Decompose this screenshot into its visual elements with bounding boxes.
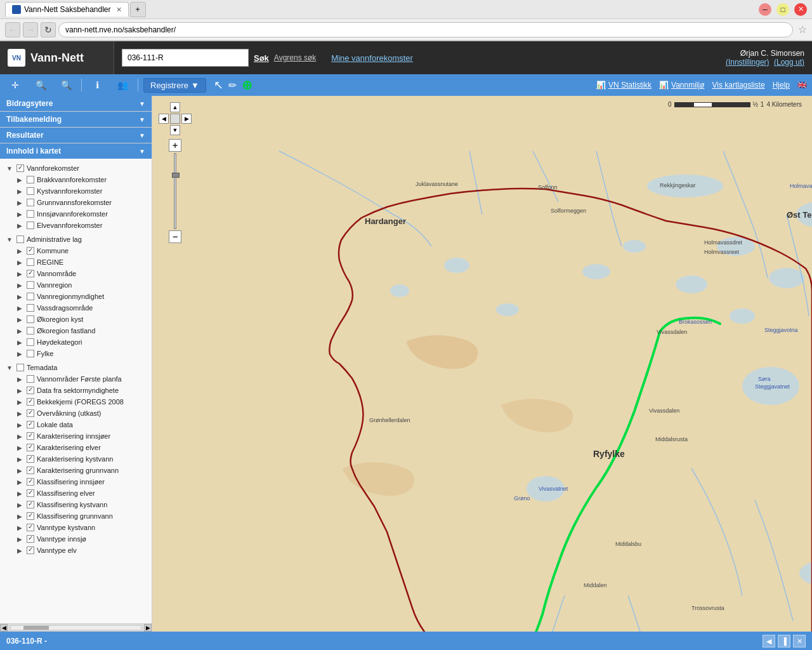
zoom-in-btn[interactable]: 🔍 — [30, 77, 51, 93]
tree-item-okoregion-kyst[interactable]: ▶ Økoregion kyst — [10, 314, 152, 325]
vn-statistikk-link[interactable]: 📊 VN Statistikk — [596, 81, 652, 90]
bookmark-star-icon[interactable]: ☆ — [798, 23, 807, 36]
tree-item-vanntype-innsjo[interactable]: ▶ Vanntype innsjø — [10, 533, 152, 545]
checkbox-brakkvann[interactable] — [27, 176, 34, 183]
innhold-header[interactable]: Innhold i kartet ▼ — [0, 143, 152, 159]
tree-item-vanntype-elv[interactable]: ▶ Vanntype elv — [10, 545, 152, 556]
tree-item-kystvann[interactable]: ▶ Kystvannforekomster — [10, 185, 152, 197]
hjelp-link[interactable]: Hjelp — [773, 81, 790, 90]
tree-item-klas-grunnvann[interactable]: ▶ Klassifisering grunnvann — [10, 510, 152, 522]
checkbox-klas-kystvann[interactable] — [27, 501, 34, 508]
edit-tool-icon[interactable]: ✏ — [228, 79, 237, 91]
expand-icon[interactable]: ▶ — [15, 386, 24, 395]
logout-link[interactable]: (Logg ut) — [774, 58, 804, 67]
checkbox-okoregion-kyst[interactable] — [27, 315, 34, 323]
expand-icon[interactable]: ▶ — [15, 432, 24, 441]
checkbox-kystvann[interactable] — [27, 187, 34, 195]
tree-item-regine[interactable]: ▶ REGINE — [10, 256, 152, 268]
checkbox-elve[interactable] — [27, 222, 34, 229]
expand-icon[interactable]: ▶ — [15, 221, 24, 230]
expand-icon[interactable]: ▶ — [15, 454, 24, 463]
tree-item-vannregionmyndighet[interactable]: ▶ Vannregionmyndighet — [10, 291, 152, 302]
expand-icon[interactable]: ▶ — [15, 338, 24, 347]
tree-item-fylke[interactable]: ▶ Fylke — [10, 348, 152, 359]
forward-btn[interactable]: → — [23, 22, 38, 37]
expand-icon[interactable]: ▶ — [15, 209, 24, 218]
vis-kartlagsliste-link[interactable]: Vis kartlagsliste — [712, 81, 764, 90]
tree-item-kar-elver[interactable]: ▶ Karakterisering elver — [10, 442, 152, 453]
zoom-out-map-btn[interactable]: − — [169, 230, 181, 243]
checkbox-regine[interactable] — [27, 258, 34, 266]
tree-item-vannomrade[interactable]: ▶ Vannområde — [10, 268, 152, 279]
close-btn[interactable]: ✕ — [794, 3, 807, 16]
checkbox-kar-kystvann[interactable] — [27, 455, 34, 463]
tree-item-elve[interactable]: ▶ Elvevannforekomster — [10, 220, 152, 231]
bidragsytere-header[interactable]: Bidragsytere ▼ — [0, 96, 152, 111]
pan-west-btn[interactable]: ◀ — [159, 114, 169, 124]
tree-item-klas-kystvann[interactable]: ▶ Klassifisering kystvann — [10, 499, 152, 510]
map-area[interactable]: Hardanger Ryfylke Øst Telemark Tokke-Vin… — [152, 96, 812, 632]
tree-item-klas-elver[interactable]: ▶ Klassifisering elver — [10, 488, 152, 499]
checkbox-vannomrader-forste[interactable] — [27, 375, 34, 383]
minimize-btn[interactable]: ─ — [759, 3, 771, 16]
new-tab-btn[interactable]: + — [130, 2, 146, 17]
tree-item-temadata[interactable]: ▼ Temadata — [0, 362, 152, 373]
tree-item-kar-kystvann[interactable]: ▶ Karakterisering kystvann — [10, 453, 152, 465]
scrollbar-thumb[interactable] — [23, 626, 49, 630]
vannmiljo-link[interactable]: 📊 Vannmiljø — [659, 81, 704, 90]
pan-tool-btn[interactable]: ✛ — [5, 77, 25, 93]
tree-item-admin[interactable]: ▼ Administrative lag — [0, 234, 152, 245]
registrere-btn[interactable]: Registrere ▼ — [143, 78, 206, 93]
expand-icon[interactable]: ▶ — [15, 175, 24, 184]
checkbox-vanntype-innsjo[interactable] — [27, 535, 34, 543]
tree-item-vanntype-kystvann[interactable]: ▶ Vanntype kystvann — [10, 522, 152, 533]
tree-item-overvaking[interactable]: ▶ Overvåkning (utkast) — [10, 408, 152, 419]
expand-icon[interactable]: ▶ — [15, 269, 24, 278]
address-bar[interactable] — [58, 22, 793, 37]
expand-icon[interactable]: ▶ — [15, 281, 24, 289]
pan-north-btn[interactable]: ▲ — [170, 102, 180, 112]
expand-icon[interactable]: ▶ — [15, 477, 24, 486]
tree-item-data-fra[interactable]: ▶ Data fra sektormyndighete — [10, 385, 152, 396]
expand-icon[interactable]: ▼ — [5, 164, 14, 173]
pan-east-btn[interactable]: ▶ — [181, 114, 192, 124]
zoom-out-btn[interactable]: 🔍 — [56, 77, 76, 93]
checkbox-admin[interactable] — [16, 235, 24, 243]
expand-icon-admin[interactable]: ▼ — [5, 235, 14, 244]
expand-icon[interactable]: ▶ — [15, 466, 24, 475]
expand-icon[interactable]: ▶ — [15, 292, 24, 301]
checkbox-data-fra[interactable] — [27, 387, 34, 394]
expand-icon[interactable]: ▶ — [15, 397, 24, 406]
tree-item-grunnvann[interactable]: ▶ Grunnvannsforekomster — [10, 197, 152, 208]
expand-icon[interactable]: ▶ — [15, 187, 24, 196]
zoom-slider[interactable] — [174, 153, 176, 229]
tree-item-bekkekjemi[interactable]: ▶ Bekkekjemi (FOREGS 2008 — [10, 396, 152, 408]
checkbox-vannomrade[interactable] — [27, 270, 34, 277]
tree-item-vannforekomster[interactable]: ▼ Vannforekomster — [0, 162, 152, 174]
tree-item-brakkvann[interactable]: ▶ Brakkvannforekomster — [10, 174, 152, 185]
search-input[interactable] — [122, 49, 249, 67]
scrollbar-track[interactable] — [10, 625, 141, 630]
checkbox-okoregion-fastland[interactable] — [27, 327, 34, 335]
expand-icon[interactable]: ▶ — [15, 258, 24, 267]
tree-item-vannomrader-forste[interactable]: ▶ Vannområder Første planfa — [10, 373, 152, 385]
mine-vannforekomster-link[interactable]: Mine vannforekomster — [331, 53, 413, 63]
tree-item-vannregion[interactable]: ▶ Vannregion — [10, 279, 152, 291]
tree-item-innsjo[interactable]: ▶ Innsjøvannforekomster — [10, 208, 152, 220]
expand-icon[interactable]: ▶ — [15, 420, 24, 429]
add-tool-icon[interactable]: ⊕ — [242, 77, 252, 93]
expand-icon-temadata[interactable]: ▼ — [5, 363, 14, 372]
expand-icon[interactable]: ▶ — [15, 198, 24, 207]
checkbox-vannforekomster[interactable] — [16, 164, 24, 172]
checkbox-kar-grunnvann[interactable] — [27, 467, 34, 474]
expand-icon[interactable]: ▶ — [15, 523, 24, 532]
checkbox-temadata[interactable] — [16, 364, 24, 371]
tree-item-kar-grunnvann[interactable]: ▶ Karakterisering grunnvann — [10, 465, 152, 476]
expand-icon[interactable]: ▶ — [15, 500, 24, 509]
checkbox-vannregionmyndighet[interactable] — [27, 293, 34, 300]
expand-icon[interactable]: ▶ — [15, 512, 24, 521]
expand-icon[interactable]: ▶ — [15, 315, 24, 324]
expand-icon[interactable]: ▶ — [15, 326, 24, 335]
checkbox-klas-grunnvann[interactable] — [27, 512, 34, 520]
info-btn[interactable]: ℹ — [87, 77, 107, 93]
